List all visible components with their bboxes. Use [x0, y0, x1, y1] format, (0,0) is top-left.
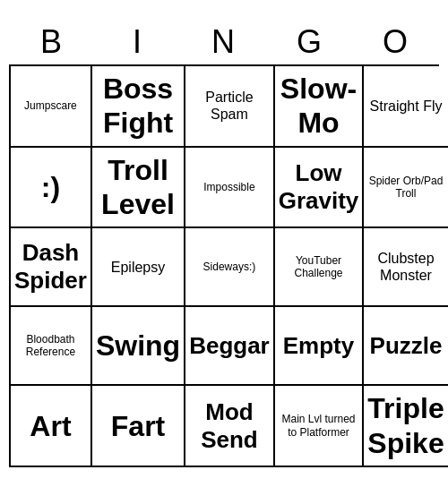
cell-text-18: Empty: [283, 332, 354, 360]
cell-text-8: Low Gravity: [279, 159, 359, 215]
bingo-cell-15: Bloodbath Reference: [11, 307, 92, 386]
cell-text-16: Swing: [96, 329, 180, 363]
cell-text-4: Straight Fly: [370, 98, 443, 115]
bingo-cell-6: Troll Level: [92, 148, 185, 229]
header-n: N: [181, 20, 267, 64]
cell-text-14: Clubstep Monster: [367, 250, 444, 284]
cell-text-21: Fart: [111, 409, 165, 443]
cell-text-1: Boss Fight: [96, 72, 180, 141]
cell-text-11: Epilepsy: [111, 259, 165, 276]
header-g: G: [267, 20, 353, 64]
cell-text-9: Spider Orb/Pad Troll: [367, 175, 444, 201]
bingo-cell-13: YouTuber Challenge: [275, 228, 365, 307]
bingo-cell-3: Slow-Mo: [275, 66, 365, 148]
cell-text-12: Sideways:): [203, 261, 256, 273]
header-i: I: [95, 20, 181, 64]
bingo-cell-8: Low Gravity: [275, 148, 365, 229]
cell-text-24: Triple Spike: [367, 391, 444, 460]
bingo-cell-1: Boss Fight: [92, 66, 185, 148]
bingo-card: B I N G O JumpscareBoss FightParticle Sp…: [9, 20, 439, 467]
bingo-cell-18: Empty: [275, 307, 365, 386]
bingo-cell-16: Swing: [92, 307, 185, 386]
bingo-cell-12: Sideways:): [185, 228, 275, 307]
bingo-cell-24: Triple Spike: [364, 386, 448, 467]
cell-text-3: Slow-Mo: [279, 72, 359, 141]
cell-text-20: Art: [30, 409, 71, 443]
bingo-grid: JumpscareBoss FightParticle SpamSlow-MoS…: [9, 64, 439, 467]
bingo-cell-21: Fart: [92, 386, 185, 467]
cell-text-19: Puzzle: [370, 332, 443, 360]
cell-text-10: Dash Spider: [14, 239, 87, 295]
bingo-cell-9: Spider Orb/Pad Troll: [364, 148, 448, 229]
bingo-cell-0: Jumpscare: [11, 66, 92, 148]
cell-text-0: Jumpscare: [24, 99, 77, 112]
bingo-cell-10: Dash Spider: [11, 228, 92, 307]
cell-text-6: Troll Level: [96, 153, 180, 222]
header-b: B: [9, 20, 95, 64]
bingo-cell-4: Straight Fly: [364, 66, 448, 148]
cell-text-7: Impossible: [203, 181, 254, 193]
cell-text-17: Beggar: [189, 332, 270, 360]
cell-text-22: Mod Send: [189, 398, 270, 454]
bingo-cell-20: Art: [11, 386, 92, 467]
bingo-cell-7: Impossible: [185, 148, 275, 229]
bingo-cell-23: Main Lvl turned to Platformer: [275, 386, 365, 467]
bingo-cell-17: Beggar: [185, 307, 275, 386]
cell-text-2: Particle Spam: [189, 89, 270, 123]
bingo-cell-22: Mod Send: [185, 386, 275, 467]
header-o: O: [353, 20, 439, 64]
bingo-cell-2: Particle Spam: [185, 66, 275, 148]
bingo-header: B I N G O: [9, 20, 439, 64]
bingo-cell-19: Puzzle: [364, 307, 448, 386]
cell-text-15: Bloodbath Reference: [14, 333, 87, 359]
cell-text-5: :): [41, 170, 60, 204]
bingo-cell-14: Clubstep Monster: [364, 228, 448, 307]
bingo-cell-11: Epilepsy: [92, 228, 185, 307]
cell-text-23: Main Lvl turned to Platformer: [279, 413, 359, 439]
cell-text-13: YouTuber Challenge: [279, 254, 359, 280]
bingo-cell-5: :): [11, 148, 92, 229]
